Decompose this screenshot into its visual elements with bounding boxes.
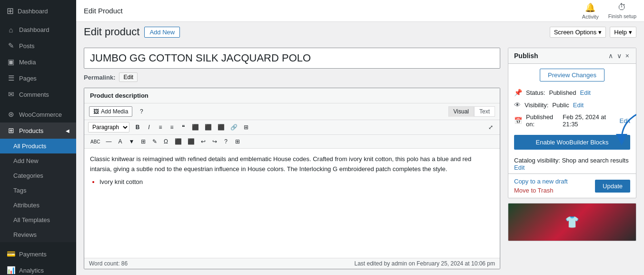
sidebar-item-all-templates[interactable]: All Templates — [0, 213, 76, 227]
edit-button[interactable]: ✎ — [149, 137, 160, 146]
content-area: Permalink: Edit Product description 🖼 Ad… — [76, 42, 644, 275]
sidebar-item-media[interactable]: ▣ Media — [0, 54, 76, 70]
sidebar-item-pages[interactable]: ☰ Pages — [0, 70, 76, 86]
update-button[interactable]: Update — [595, 180, 630, 193]
visibility-icon: 👁 — [514, 101, 521, 109]
permalink-edit-button[interactable]: Edit — [119, 72, 138, 82]
editor-footer: Word count: 86 Last edited by admin on F… — [84, 258, 500, 269]
blockquote-button[interactable]: ❝ — [178, 122, 188, 132]
italic-button[interactable]: I — [144, 122, 154, 132]
comments-icon: ✉ — [7, 90, 15, 99]
sidebar-item-label: Products — [19, 127, 43, 134]
trash-link[interactable]: Move to Trash — [514, 187, 568, 194]
publish-footer-left: Copy to a new draft Move to Trash — [514, 178, 568, 194]
subheader-right: Screen Options ▾ Help ▾ — [550, 27, 636, 38]
question-mark-button[interactable]: ? — [136, 107, 147, 116]
add-media-button[interactable]: 🖼 Add Media — [89, 106, 132, 117]
all-templates-label: All Templates — [13, 216, 50, 224]
publish-visibility-row: 👁 Visibility: Public Edit — [508, 99, 636, 111]
help-button[interactable]: Help ▾ — [610, 27, 636, 38]
activity-button[interactable]: 🔔 Activity — [582, 2, 599, 20]
pages-icon: ☰ — [7, 74, 15, 82]
sidebar-item-comments[interactable]: ✉ Comments — [0, 86, 76, 102]
product-title-input[interactable] — [84, 48, 500, 69]
link-button[interactable]: 🔗 — [228, 122, 240, 132]
all-products-label: All Products — [13, 143, 46, 150]
sidebar-item-all-products[interactable]: All Products — [0, 139, 76, 153]
status-label: Status: — [526, 89, 545, 96]
keyboard-shortcuts-button[interactable]: ? — [221, 137, 231, 146]
copy-draft-link[interactable]: Copy to a new draft — [514, 178, 568, 185]
sidebar-item-dashboard[interactable]: ⌂ Dashboard — [0, 22, 76, 38]
publish-collapse-down[interactable]: ∨ — [616, 52, 623, 60]
publish-date-row: 📅 Published on: Feb 25, 2024 at 21:35 Ed… — [508, 111, 636, 130]
redo-button[interactable]: ↪ — [209, 137, 220, 146]
fullscreen-button[interactable]: ⤢ — [485, 122, 496, 132]
table-button[interactable]: ⊞ — [232, 137, 243, 146]
text-tab-button[interactable]: Text — [474, 106, 495, 117]
woocommerce-icon: ⊛ — [7, 110, 15, 119]
published-value: Feb 25, 2024 at 21:35 — [563, 113, 616, 128]
sidebar-logo[interactable]: ⊞ Dashboard — [0, 0, 76, 22]
editor-content[interactable]: Classic knitwear is reimagined with refi… — [84, 149, 500, 258]
strikethrough-button[interactable]: ABC — [88, 138, 103, 146]
finish-setup-button[interactable]: ⏱ Finish setup — [608, 2, 636, 19]
visibility-edit-link[interactable]: Edit — [573, 102, 584, 109]
status-edit-link[interactable]: Edit — [580, 89, 591, 96]
align-left-button[interactable]: ⬛ — [189, 122, 201, 132]
bold-button[interactable]: B — [132, 122, 143, 132]
undo-button[interactable]: ↩ — [198, 137, 208, 146]
catalog-edit-link[interactable]: Edit — [514, 164, 525, 171]
sidebar-item-products[interactable]: ⊞ Products ◀ — [0, 122, 76, 139]
visual-text-tabs: Visual Text — [448, 106, 495, 117]
ordered-list-button[interactable]: ≡ — [167, 122, 177, 132]
sidebar-item-attributes[interactable]: Attributes — [0, 198, 76, 213]
align-center-button[interactable]: ⬛ — [202, 122, 214, 132]
sidebar-item-reviews[interactable]: Reviews — [0, 227, 76, 242]
activity-icon: 🔔 — [585, 2, 595, 13]
visual-tab-button[interactable]: Visual — [448, 106, 474, 117]
sidebar-item-payments[interactable]: 💳 Payments — [0, 246, 76, 262]
analytics-label: Analytics — [19, 267, 44, 274]
catalog-value: Shop and search results — [562, 157, 628, 164]
outdent-button[interactable]: ⬛ — [185, 137, 197, 146]
hr-button[interactable]: — — [104, 137, 114, 146]
paste-button[interactable]: ⊞ — [138, 137, 149, 146]
unordered-list-button[interactable]: ≡ — [155, 122, 166, 132]
sidebar-item-add-new[interactable]: Add New — [0, 153, 76, 168]
publish-close[interactable]: × — [624, 52, 630, 60]
text-color-button[interactable]: A — [115, 137, 126, 146]
topbar-right: 🔔 Activity ⏱ Finish setup — [582, 2, 636, 20]
status-value: Published — [549, 89, 576, 96]
list-item: Ivory knit cotton — [99, 178, 494, 185]
paragraph-select[interactable]: Paragraph — [88, 122, 129, 132]
publish-collapse-up[interactable]: ∧ — [607, 52, 614, 60]
sidebar-item-woocommerce[interactable]: ⊛ WooCommerce — [0, 106, 76, 122]
products-icon: ⊞ — [7, 126, 15, 135]
sidebar-item-label: Posts — [19, 42, 35, 50]
toolbar-row-1: Paragraph B I ≡ ≡ ❝ ⬛ ⬛ ⬛ 🔗 ⊞ ⤢ — [84, 120, 500, 135]
payments-label: Payments — [19, 251, 47, 258]
sidebar-item-posts[interactable]: ✎ Posts — [0, 38, 76, 54]
enable-woobuilder-button[interactable]: Enable WooBuilder Blocks — [514, 135, 630, 150]
finish-setup-icon: ⏱ — [618, 2, 626, 12]
products-arrow-icon: ◀ — [66, 128, 69, 133]
sidebar-item-analytics[interactable]: 📊 Analytics — [0, 262, 76, 275]
subheader-left: Edit product Add New — [84, 26, 180, 38]
screen-options-button[interactable]: Screen Options ▾ — [550, 27, 606, 38]
preview-changes-button[interactable]: Preview Changes — [540, 69, 604, 81]
reviews-label: Reviews — [13, 231, 37, 238]
indent-button[interactable]: ⬛ — [172, 137, 184, 146]
published-edit-link[interactable]: Edit — [620, 117, 630, 124]
more-button[interactable]: ⊞ — [241, 122, 251, 132]
editor-panel: Permalink: Edit Product description 🖼 Ad… — [84, 48, 500, 269]
publish-header: Publish ∧ ∨ × — [508, 48, 636, 64]
align-right-button[interactable]: ⬛ — [215, 122, 227, 132]
text-color-arrow-button[interactable]: ▼ — [127, 137, 137, 146]
add-new-button[interactable]: Add New — [144, 27, 180, 38]
special-chars-button[interactable]: Ω — [161, 137, 171, 146]
payments-icon: 💳 — [7, 250, 15, 258]
sidebar-item-categories[interactable]: Categories — [0, 168, 76, 183]
sidebar-item-tags[interactable]: Tags — [0, 183, 76, 198]
catalog-label: Catalog visibility: — [514, 157, 560, 164]
